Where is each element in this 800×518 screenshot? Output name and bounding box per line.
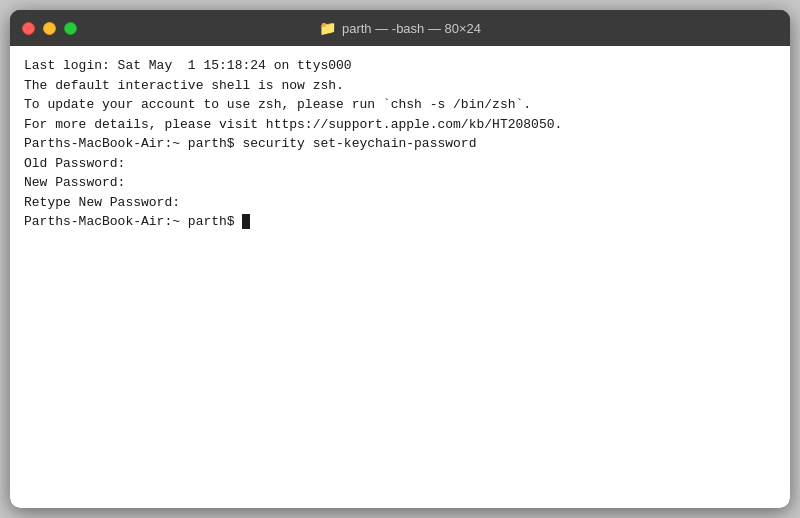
minimize-button[interactable] [43,22,56,35]
titlebar: 📁 parth — -bash — 80×24 [10,10,790,46]
window-title: 📁 parth — -bash — 80×24 [319,20,481,36]
maximize-button[interactable] [64,22,77,35]
close-button[interactable] [22,22,35,35]
title-text: parth — -bash — 80×24 [342,21,481,36]
terminal-line: The default interactive shell is now zsh… [24,76,776,96]
terminal-window: 📁 parth — -bash — 80×24 Last login: Sat … [10,10,790,508]
terminal-line: For more details, please visit https://s… [24,115,776,135]
terminal-line: To update your account to use zsh, pleas… [24,95,776,115]
terminal-line: New Password: [24,173,776,193]
cursor [242,214,250,229]
terminal-output: Last login: Sat May 1 15:18:24 on ttys00… [24,56,776,232]
terminal-line-active: Parths-MacBook-Air:~ parth$ [24,212,776,232]
folder-icon: 📁 [319,20,336,36]
terminal-line: Parths-MacBook-Air:~ parth$ security set… [24,134,776,154]
terminal-line: Last login: Sat May 1 15:18:24 on ttys00… [24,56,776,76]
terminal-line: Old Password: [24,154,776,174]
terminal-line: Retype New Password: [24,193,776,213]
terminal-body[interactable]: Last login: Sat May 1 15:18:24 on ttys00… [10,46,790,508]
traffic-lights [22,22,77,35]
